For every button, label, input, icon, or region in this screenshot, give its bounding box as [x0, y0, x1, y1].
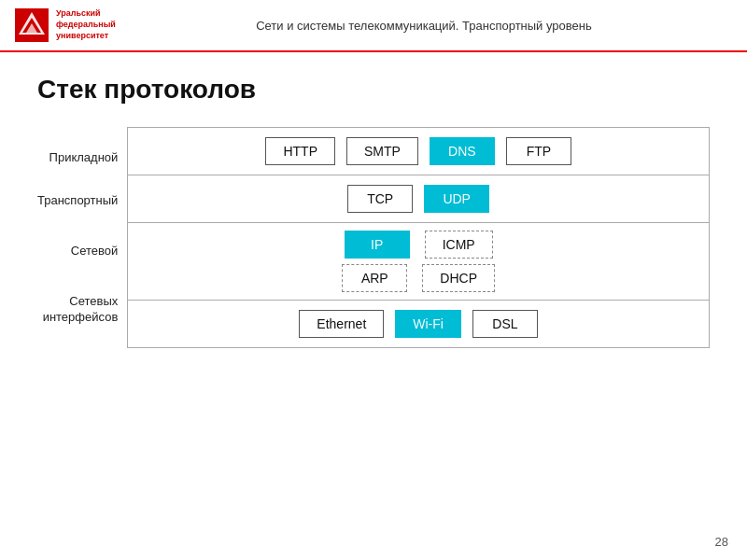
- header-title: Сети и системы телекоммуникаций. Транспо…: [116, 19, 732, 33]
- network-bottom: ARP DHCP: [342, 264, 495, 292]
- network-layer-row: IP ICMP ARP DHCP: [128, 223, 709, 301]
- header: Уральский федеральный университет Сети и…: [0, 0, 747, 52]
- label-network: Сетевой: [37, 223, 118, 280]
- diagram: Прикладной Транспортный Сетевой Сетевых …: [37, 127, 710, 348]
- proto-ip: IP: [345, 231, 410, 259]
- proto-icmp: ICMP: [425, 231, 493, 259]
- page-number: 28: [715, 535, 728, 549]
- proto-tcp: TCP: [347, 185, 413, 213]
- proto-dsl: DSL: [472, 310, 538, 338]
- protocol-stack: HTTP SMTP DNS FTP TCP UDP IP ICMP ARP DH…: [127, 127, 710, 348]
- proto-ethernet: Ethernet: [299, 310, 384, 338]
- proto-arp: ARP: [342, 264, 407, 292]
- interface-layer-row: Ethernet Wi-Fi DSL: [128, 301, 709, 347]
- university-logo-icon: [15, 8, 49, 42]
- network-top: IP ICMP: [345, 231, 493, 259]
- label-interface: Сетевых интерфейсов: [37, 281, 118, 339]
- logo-text: Уральский федеральный университет: [56, 8, 116, 41]
- logo: Уральский федеральный университет: [15, 8, 116, 42]
- proto-smtp: SMTP: [346, 137, 418, 165]
- proto-udp: UDP: [424, 185, 489, 213]
- proto-dhcp: DHCP: [422, 264, 495, 292]
- proto-ftp: FTP: [506, 137, 571, 165]
- label-application: Прикладной: [37, 137, 118, 179]
- proto-wifi: Wi-Fi: [395, 310, 461, 338]
- page-title: Стек протоколов: [37, 75, 710, 105]
- proto-dns: DNS: [430, 137, 495, 165]
- application-layer-row: HTTP SMTP DNS FTP: [128, 128, 709, 175]
- transport-layer-row: TCP UDP: [128, 175, 709, 223]
- proto-http: HTTP: [265, 137, 335, 165]
- label-transport: Транспортный: [37, 180, 118, 222]
- main-content: Стек протоколов Прикладной Транспортный …: [0, 52, 747, 371]
- layer-labels: Прикладной Транспортный Сетевой Сетевых …: [37, 127, 118, 348]
